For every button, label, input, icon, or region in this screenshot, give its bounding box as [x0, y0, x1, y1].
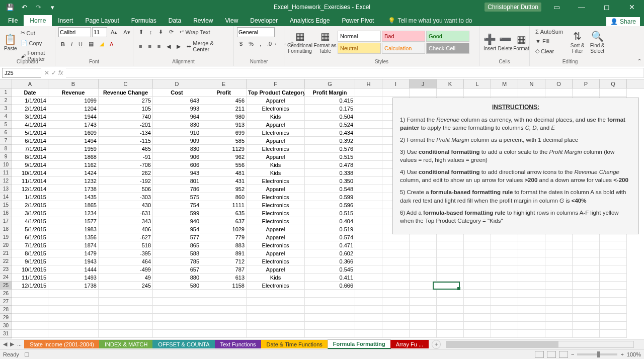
- sheet-tab-index-match[interactable]: INDEX & MATCH: [99, 340, 153, 348]
- col-header-F[interactable]: F: [247, 79, 305, 88]
- percent-icon[interactable]: %: [246, 39, 256, 48]
- row-header-12[interactable]: 12: [0, 177, 12, 185]
- underline-button[interactable]: U: [76, 40, 85, 49]
- align-bottom-icon[interactable]: ⬇: [156, 27, 166, 37]
- fill-color-button[interactable]: ◢: [97, 39, 106, 49]
- maximize-icon[interactable]: ◻: [597, 0, 617, 14]
- tab-formulas[interactable]: Formulas: [125, 15, 163, 26]
- row-header-10[interactable]: 10: [0, 161, 12, 169]
- horizontal-scrollbar[interactable]: [446, 341, 634, 348]
- add-sheet-button[interactable]: +: [432, 340, 441, 349]
- sheet-tab-state-income[interactable]: State Income (2001-2004): [24, 340, 100, 348]
- row-header-6[interactable]: 6: [0, 129, 12, 137]
- close-icon[interactable]: ✕: [622, 0, 642, 14]
- align-center-icon[interactable]: ≡: [145, 42, 153, 51]
- table-row[interactable]: 10/1/20151444-499657787Apparel0.545: [12, 265, 644, 274]
- bold-button[interactable]: B: [58, 40, 67, 49]
- grid[interactable]: ABCDEFGHIJKLMNOPQ 1234567891011121314151…: [0, 79, 644, 339]
- zoom-in-icon[interactable]: +: [620, 351, 623, 357]
- tab-pagelayout[interactable]: Page Layout: [79, 15, 125, 26]
- font-name-input[interactable]: [58, 27, 91, 37]
- inc-decimal-icon[interactable]: .0→: [265, 39, 280, 48]
- header-cell[interactable]: Date: [12, 88, 48, 97]
- row-header-28[interactable]: 28: [0, 306, 12, 314]
- fx-icon[interactable]: fx: [58, 69, 63, 76]
- table-row[interactable]: 11/1/2015149349880613Kids0.411: [12, 274, 644, 282]
- view-pagebreak-icon[interactable]: [559, 351, 568, 358]
- col-header-Q[interactable]: Q: [600, 79, 627, 88]
- row-header-9[interactable]: 9: [0, 153, 12, 161]
- sheet-nav-prev-icon[interactable]: ▶: [9, 341, 15, 347]
- macro-record-icon[interactable]: ▢: [24, 351, 29, 357]
- view-pagelayout-icon[interactable]: [547, 351, 556, 358]
- comma-icon[interactable]: ,: [257, 39, 264, 48]
- col-header-L[interactable]: L: [464, 79, 491, 88]
- header-cell[interactable]: Revenue Change: [99, 88, 153, 97]
- row-header-15[interactable]: 15: [0, 201, 12, 209]
- header-cell[interactable]: Cost: [153, 88, 201, 97]
- find-select-button[interactable]: 🔍Find & Select: [588, 27, 608, 57]
- indent-inc-icon[interactable]: ▶: [174, 42, 183, 51]
- row-header-19[interactable]: 19: [0, 233, 12, 241]
- select-all-corner[interactable]: [0, 79, 12, 88]
- table-row[interactable]: 7/1/20151874518865883Electronics0.471: [12, 241, 644, 249]
- col-header-K[interactable]: K: [437, 79, 464, 88]
- enter-formula-icon[interactable]: ✓: [51, 69, 56, 76]
- tab-insert[interactable]: Insert: [52, 15, 79, 26]
- header-cell[interactable]: Profit Margin: [305, 88, 355, 97]
- minimize-icon[interactable]: —: [572, 0, 592, 14]
- row-header-4[interactable]: 4: [0, 113, 12, 121]
- align-top-icon[interactable]: ⬆: [136, 27, 146, 37]
- conditional-formatting-button[interactable]: ▦Conditional Formatting: [287, 30, 312, 55]
- autosum-button[interactable]: ΣAutoSum: [533, 27, 568, 36]
- align-middle-icon[interactable]: ↕: [147, 28, 155, 37]
- row-header-14[interactable]: 14: [0, 193, 12, 201]
- row-header-20[interactable]: 20: [0, 241, 12, 249]
- paste-button[interactable]: 📋Paste: [3, 27, 18, 57]
- table-row[interactable]: 6/1/20151356-627577779Apparel0.574: [12, 233, 644, 241]
- col-header-P[interactable]: P: [573, 79, 600, 88]
- zoom-slider[interactable]: [577, 353, 617, 355]
- clear-button[interactable]: ◇Clear: [533, 46, 568, 56]
- sheet-tab-offset-counta[interactable]: OFFSET & COUNTA: [152, 340, 215, 348]
- style-neutral[interactable]: Neutral: [338, 43, 381, 54]
- formula-input[interactable]: [66, 68, 644, 78]
- style-calculation[interactable]: Calculation: [382, 43, 425, 54]
- row-header-29[interactable]: 29: [0, 314, 12, 322]
- row-header-31[interactable]: 31: [0, 330, 12, 338]
- row-header-1[interactable]: 1: [0, 88, 12, 97]
- sheet-tab-formula-formatting[interactable]: Formula Formatting: [328, 339, 391, 349]
- font-color-button[interactable]: A: [107, 40, 116, 49]
- sheet-tab-array[interactable]: Array Fu ...: [390, 340, 429, 348]
- col-header-O[interactable]: O: [545, 79, 573, 88]
- share-button[interactable]: 👤Share: [606, 17, 640, 26]
- row-header-3[interactable]: 3: [0, 105, 12, 113]
- sort-filter-button[interactable]: ⇅Sort & Filter: [568, 27, 588, 57]
- header-cell[interactable]: Revenue: [48, 88, 99, 97]
- sheet-nav-first-icon[interactable]: ◀: [2, 341, 8, 347]
- format-as-table-button[interactable]: ▦Format as Table: [312, 30, 338, 55]
- sheet-tab-text-functions[interactable]: Text Functions: [215, 340, 262, 348]
- row-header-16[interactable]: 16: [0, 209, 12, 217]
- insert-cells-button[interactable]: ➕Insert: [482, 27, 497, 57]
- undo-icon[interactable]: ↶: [19, 2, 29, 12]
- border-button[interactable]: ▦: [86, 39, 96, 49]
- align-right-icon[interactable]: ≡: [155, 42, 163, 51]
- indent-dec-icon[interactable]: ◀: [164, 42, 173, 51]
- col-header-A[interactable]: A: [12, 79, 48, 88]
- sheet-ellipsis[interactable]: ...: [16, 341, 23, 347]
- align-left-icon[interactable]: ≡: [136, 42, 144, 51]
- row-header-8[interactable]: 8: [0, 145, 12, 153]
- merge-center-button[interactable]: ⬌Merge & Center: [184, 39, 230, 54]
- collapse-ribbon-icon[interactable]: ⌃: [637, 58, 642, 65]
- cancel-formula-icon[interactable]: ✕: [44, 69, 49, 76]
- col-header-E[interactable]: E: [201, 79, 247, 88]
- font-size-input[interactable]: [92, 27, 107, 37]
- row-header-25[interactable]: 25: [0, 282, 12, 290]
- format-cells-button[interactable]: ▦Format: [513, 27, 529, 57]
- row-header-2[interactable]: 2: [0, 97, 12, 105]
- row-header-11[interactable]: 11: [0, 169, 12, 177]
- zoom-out-icon[interactable]: −: [571, 351, 574, 357]
- row-header-23[interactable]: 23: [0, 265, 12, 274]
- header-cell[interactable]: Top Product Category: [247, 88, 305, 97]
